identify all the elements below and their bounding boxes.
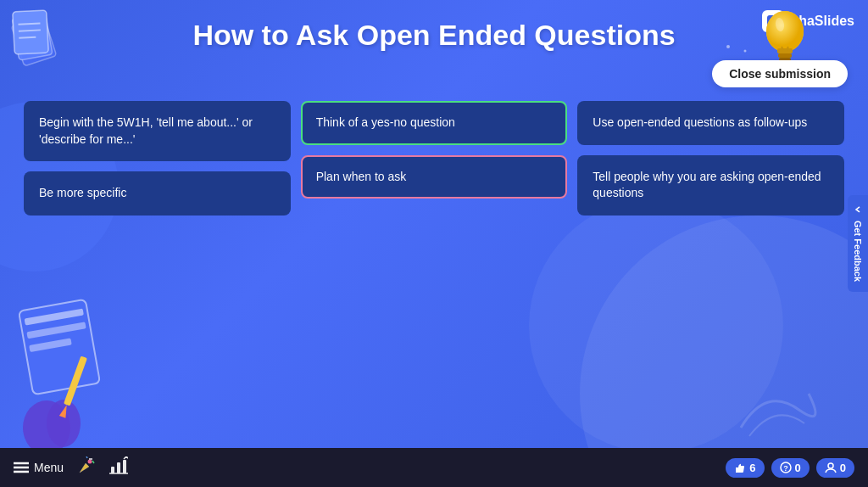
footer-left: Menu	[14, 456, 128, 479]
menu-button[interactable]: Menu	[14, 461, 64, 474]
svg-point-21	[766, 11, 804, 52]
svg-line-33	[92, 461, 94, 463]
header: A AhaSlides	[0, 0, 868, 60]
svg-text:?: ?	[783, 464, 788, 473]
question-icon: ?	[780, 462, 792, 473]
svg-point-31	[88, 459, 92, 463]
svg-rect-23	[778, 53, 792, 58]
thumbs-up-icon	[734, 462, 746, 473]
svg-rect-35	[111, 467, 114, 473]
svg-point-41	[828, 463, 833, 468]
menu-icon	[14, 462, 29, 473]
svg-rect-37	[123, 460, 126, 473]
celebration-button[interactable]	[77, 456, 96, 479]
answer-card-2-2: Plan when to ask	[301, 155, 568, 199]
svg-line-34	[86, 456, 87, 458]
thumbs-up-count: 6	[749, 462, 755, 474]
answer-card-3-1: Use open-ended questions as follow-ups	[577, 101, 844, 145]
feedback-tab[interactable]: Get Feedback	[848, 195, 868, 292]
chart-icon	[109, 456, 128, 475]
chart-button[interactable]	[109, 456, 128, 479]
card-col-3: Use open-ended questions as follow-ups T…	[577, 101, 844, 216]
card-col-1: Begin with the 5W1H, 'tell me about...' …	[24, 101, 291, 216]
cards-grid: Begin with the 5W1H, 'tell me about...' …	[20, 101, 848, 216]
page-title: How to Ask Open Ended Questions	[192, 19, 675, 52]
user-count: 0	[840, 462, 846, 474]
chevron-left-icon	[854, 205, 862, 214]
feedback-label: Get Feedback	[853, 221, 863, 282]
user-stat: 0	[816, 458, 854, 478]
footer: Menu	[0, 448, 868, 487]
footer-right: 6 ? 0 0	[726, 458, 854, 478]
card-col-2: Think of a yes-no question Plan when to …	[301, 101, 568, 216]
question-stat: ? 0	[771, 458, 810, 478]
svg-rect-22	[777, 48, 793, 53]
celebration-icon	[77, 456, 96, 475]
svg-rect-36	[117, 462, 120, 473]
answer-card-3-2: Tell people why you are asking open-ende…	[577, 155, 844, 216]
menu-label: Menu	[34, 461, 64, 474]
close-submission-button[interactable]: Close submission	[712, 60, 848, 87]
answer-card-2-1: Think of a yes-no question	[301, 101, 568, 145]
answer-card-1-2: Be more specific	[24, 171, 291, 216]
user-icon	[825, 462, 837, 473]
answer-card-1-1: Begin with the 5W1H, 'tell me about...' …	[24, 101, 291, 161]
thumbs-up-stat: 6	[726, 458, 764, 478]
content-area: Close submission Begin with the 5W1H, 't…	[0, 60, 868, 448]
question-count: 0	[795, 462, 801, 474]
